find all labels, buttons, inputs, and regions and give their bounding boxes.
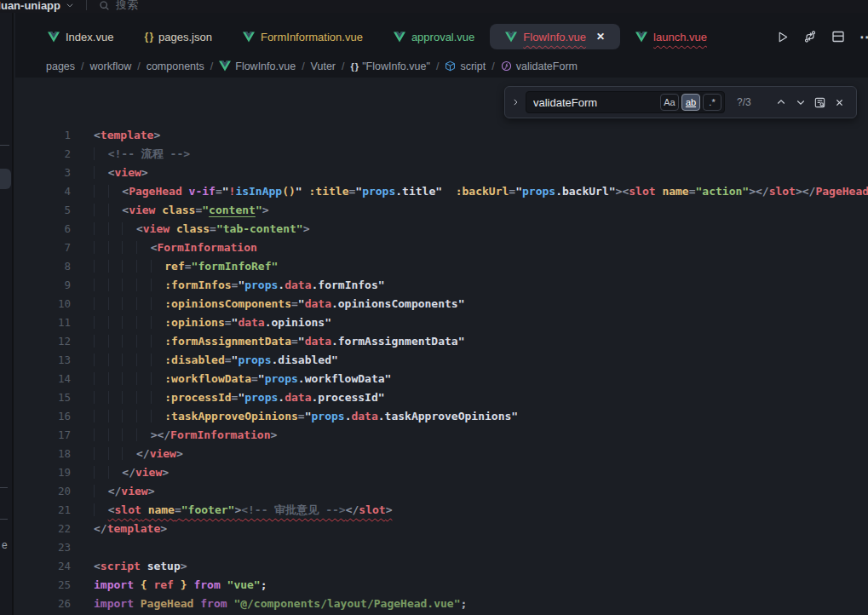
code-line[interactable]: :formAssignmentData="data.formAssignment… xyxy=(94,332,868,351)
code-token: .backUrl xyxy=(555,185,609,198)
code-line[interactable]: </view> xyxy=(94,482,868,501)
code-token: > xyxy=(148,485,155,497)
more-actions-icon[interactable]: ⋯ xyxy=(859,28,868,46)
indent-guide xyxy=(94,391,108,404)
code-line[interactable]: ></FormInformation> xyxy=(94,426,868,445)
explorer-rail[interactable]: e xyxy=(0,13,14,615)
code-line[interactable]: <PageHead v-if="!isInApp()" :title="prop… xyxy=(94,182,868,201)
compare-changes-icon[interactable] xyxy=(803,30,817,43)
code-line[interactable]: <template> xyxy=(94,126,868,145)
code-line[interactable]: </template> xyxy=(94,520,868,538)
close-icon[interactable]: ✕ xyxy=(596,31,605,43)
indent-guide xyxy=(151,391,165,404)
breadcrumb: pages/workflow/components/FlowInfo.vue/V… xyxy=(15,55,868,78)
code-token: props xyxy=(265,372,298,385)
tab-approval.vue[interactable]: approval.vue xyxy=(378,24,490,49)
breadcrumb-item-Vuter[interactable]: Vuter xyxy=(311,60,336,72)
breadcrumb-item-validateForm[interactable]: validateForm xyxy=(501,60,578,72)
code-token: ></ xyxy=(796,185,815,198)
code-line[interactable]: import PageHead from "@/components/layou… xyxy=(94,595,868,613)
code-line[interactable]: </view> xyxy=(94,445,868,463)
code-token: = xyxy=(298,410,305,422)
breadcrumb-item-FlowInfo.vue[interactable]: FlowInfo.vue xyxy=(219,60,296,72)
breadcrumb-item-pages[interactable]: pages xyxy=(46,60,75,72)
code-token: :backUrl xyxy=(456,185,509,198)
global-search[interactable]: 搜索 xyxy=(99,0,138,13)
toggle-replace-icon[interactable] xyxy=(505,98,526,106)
code-token: <!-- 流程 --> xyxy=(108,147,190,160)
code-token: ></ xyxy=(749,185,768,198)
code-line[interactable]: :opinionsComponents="data.opinionsCompon… xyxy=(94,295,868,313)
breadcrumb-separator: / xyxy=(491,60,494,72)
indent-guide xyxy=(94,316,108,329)
code-line[interactable]: :taskApproveOpinions="props.data.taskApp… xyxy=(94,407,868,426)
breadcrumb-item-FlowInfo.vue[interactable]: { }"FlowInfo.vue" xyxy=(351,60,430,72)
line-number: 24 xyxy=(15,557,94,576)
chevron-down-icon[interactable] xyxy=(66,1,74,9)
run-icon[interactable] xyxy=(776,31,789,43)
breadcrumb-label: Vuter xyxy=(311,60,336,72)
code-line[interactable]: :opinions="data.opinions" xyxy=(94,313,868,332)
code-line[interactable]: ref="formInfoRef" xyxy=(94,257,868,276)
tab-pages.json[interactable]: { }pages.json xyxy=(129,24,227,49)
code-line[interactable]: <!-- 流程 --> xyxy=(94,145,868,164)
indent-guide xyxy=(151,279,165,291)
code-line[interactable]: </view> xyxy=(94,463,868,482)
code-line[interactable]: <view class="tab-content"> xyxy=(94,220,868,239)
code-token: props xyxy=(311,410,344,422)
arrow-up-icon[interactable] xyxy=(771,92,790,112)
code-token: < xyxy=(136,222,143,235)
code-token: " xyxy=(458,297,465,310)
code-token: :formInfos xyxy=(164,279,231,291)
tab-Index.vue[interactable]: Index.vue xyxy=(32,24,129,49)
find-input[interactable] xyxy=(526,96,627,109)
code-line[interactable]: <view> xyxy=(94,164,868,182)
find-in-selection-icon[interactable] xyxy=(810,92,830,112)
code-line[interactable]: <view class="content"> xyxy=(94,201,868,220)
code-token: ref xyxy=(164,260,184,273)
code-line[interactable]: <FormInformation xyxy=(94,239,868,257)
code-line[interactable]: <slot name="footer"><!-- 审批意见 --></slot> xyxy=(94,501,868,520)
code-token: " xyxy=(331,353,338,366)
match-case-icon[interactable]: Aa xyxy=(660,94,679,111)
code-line[interactable]: :processId="props.data.processId" xyxy=(94,388,868,407)
line-number: 3 xyxy=(15,164,94,182)
code-token: = xyxy=(210,222,216,235)
whole-word-icon[interactable]: ab xyxy=(681,94,700,111)
code-line[interactable]: <script setup> xyxy=(94,557,868,576)
indent-guide xyxy=(122,297,136,310)
code-line[interactable]: :disabled="props.disabled" xyxy=(94,351,868,370)
breadcrumb-label: "FlowInfo.vue" xyxy=(362,60,430,72)
code-line[interactable]: import { ref } from "vue"; xyxy=(94,576,868,595)
project-name[interactable]: duan-uniapp xyxy=(0,0,60,12)
split-editor-icon[interactable] xyxy=(831,30,845,43)
breadcrumb-item-components[interactable]: components xyxy=(147,60,204,72)
clipped-filename-fragment: e xyxy=(2,539,8,551)
regex-icon[interactable]: .* xyxy=(703,94,721,111)
code-line[interactable]: :formInfos="props.data.formInfos" xyxy=(94,276,868,295)
tab-FlowInfo.vue[interactable]: FlowInfo.vue✕ xyxy=(490,24,620,49)
indent-guide xyxy=(136,391,151,404)
code-token: view xyxy=(129,204,155,216)
selected-file-highlight[interactable] xyxy=(0,169,11,189)
breadcrumb-label: FlowInfo.vue xyxy=(235,60,296,72)
code-token: .taskApproveOpinions xyxy=(378,410,512,422)
code-token: = xyxy=(185,260,192,273)
code-token xyxy=(170,222,176,235)
code-token: template xyxy=(107,522,161,535)
tab-FormInformation.vue[interactable]: FormInformation.vue xyxy=(227,24,378,49)
breadcrumb-label: pages xyxy=(46,60,75,72)
arrow-down-icon[interactable] xyxy=(790,92,810,112)
code-editor[interactable]: Aa ab .* ?/3 123456789101112131415161718… xyxy=(15,78,868,615)
code-token: .opinionsComponents xyxy=(331,297,458,310)
code-token: view xyxy=(114,166,141,179)
code-token: = xyxy=(509,185,515,198)
breadcrumb-item-workflow[interactable]: workflow xyxy=(90,60,132,72)
tab-launch.vue[interactable]: launch.vue xyxy=(620,24,722,49)
close-icon[interactable] xyxy=(830,92,849,112)
breadcrumb-item-script[interactable]: script xyxy=(445,60,486,72)
indent-guide xyxy=(94,410,108,422)
code-line[interactable] xyxy=(94,538,868,557)
code-line[interactable]: :workflowData="props.workflowData" xyxy=(94,370,868,388)
line-number: 17 xyxy=(15,426,94,445)
